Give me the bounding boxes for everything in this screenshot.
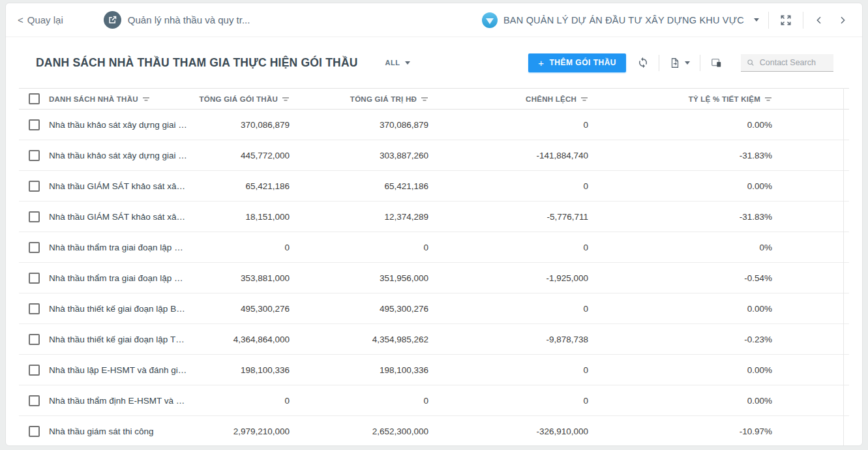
refresh-button[interactable]	[636, 55, 650, 70]
contractor-name[interactable]: Nhà thầu khảo sát xây dựng giai đoạn ...	[49, 120, 194, 130]
filter-icon[interactable]	[142, 96, 150, 102]
table-row: Nhà thầu lập E-HSMT và đánh giá E-HSDT 1…	[19, 355, 849, 385]
saving-pct-value: -0.23%	[597, 335, 781, 344]
saving-pct-value: -10.97%	[597, 427, 781, 436]
total-contract-value: 2,652,300,000	[299, 427, 438, 436]
contractor-name[interactable]: Nhà thầu GIÁM SÁT khảo sát xây dựng ...	[49, 181, 194, 191]
total-contract-value: 65,421,186	[299, 181, 438, 191]
col-header-difference[interactable]: CHÊNH LỆCH	[438, 95, 597, 103]
col-header-name[interactable]: DANH SÁCH NHÀ THẦU	[49, 95, 194, 103]
search-box	[741, 54, 833, 72]
scope-label: ALL	[385, 59, 400, 67]
export-button[interactable]	[668, 55, 691, 70]
scope-dropdown[interactable]: ALL	[385, 59, 410, 67]
divider	[803, 12, 803, 29]
column-chooser-button[interactable]	[709, 55, 724, 70]
filter-icon[interactable]	[764, 96, 772, 102]
difference-value: 0	[438, 304, 597, 314]
contractor-name[interactable]: Nhà thầu giám sát thi công	[49, 427, 194, 436]
table-row: Nhà thầu giám sát thi công 2,979,210,000…	[19, 416, 849, 446]
list-toolbar: DANH SÁCH NHÀ THẦU THAM GIA THỰC HIỆN GÓ…	[6, 37, 862, 88]
org-name: BAN QUẢN LÝ DỰ ÁN ĐẦU TƯ XÂY DỰNG KHU VỰ…	[503, 15, 744, 25]
search-input[interactable]	[760, 58, 828, 67]
difference-value: -9,878,738	[438, 335, 597, 344]
contractor-name[interactable]: Nhà thầu thẩm tra giai đoạn lập TKBVTC	[49, 273, 194, 283]
row-checkbox[interactable]	[29, 242, 40, 253]
table-row: Nhà thầu khảo sát xây dựng giai đoạn ...…	[19, 140, 849, 171]
divider	[768, 12, 769, 29]
total-contract-value: 370,086,879	[299, 120, 438, 130]
filter-icon[interactable]	[421, 96, 428, 102]
total-package-value: 2,979,210,000	[194, 427, 299, 436]
prev-button[interactable]	[813, 14, 826, 27]
module-label: Quản lý nhà thầu và quy tr...	[128, 14, 250, 25]
fullscreen-button[interactable]	[778, 12, 794, 28]
row-checkbox[interactable]	[29, 303, 40, 314]
total-contract-value: 198,100,336	[299, 365, 438, 375]
table-body: Nhà thầu khảo sát xây dựng giai đoạn ...…	[19, 110, 849, 446]
screen: < Quay lại Quản lý nhà thầu và quy tr...…	[0, 0, 868, 450]
row-checkbox[interactable]	[29, 273, 40, 284]
total-package-value: 495,300,276	[194, 304, 299, 314]
row-checkbox[interactable]	[29, 181, 40, 192]
org-selector[interactable]: BAN QUẢN LÝ DỰ ÁN ĐẦU TƯ XÂY DỰNG KHU VỰ…	[482, 12, 759, 28]
col-header-saving-pct[interactable]: TỶ LỆ % TIẾT KIỆM	[597, 95, 781, 103]
saving-pct-value: -31.83%	[597, 212, 781, 222]
table-row: Nhà thầu thẩm tra giai đoạn lập BC.NC ..…	[19, 232, 849, 263]
table-row: Nhà thầu thẩm định E-HSMT và KQLCNT 0 0 …	[19, 385, 849, 416]
filter-icon[interactable]	[580, 96, 588, 102]
back-button[interactable]: < Quay lại	[18, 14, 63, 25]
total-package-value: 0	[194, 396, 299, 406]
divider	[700, 55, 700, 71]
difference-value: 0	[438, 365, 597, 375]
contractor-name[interactable]: Nhà thầu thiết kế giai đoạn lập TKBVTC	[49, 335, 194, 344]
col-header-total-contract[interactable]: TỔNG GIÁ TRỊ HĐ	[299, 95, 438, 103]
total-package-value: 65,421,186	[194, 181, 299, 191]
filter-icon[interactable]	[282, 96, 290, 102]
table-row: Nhà thầu thiết kế giai đoạn lập BC.NCK .…	[19, 293, 849, 324]
add-package-button[interactable]: + THÊM GÓI THẦU	[528, 53, 626, 72]
back-label: Quay lại	[27, 14, 63, 25]
total-package-value: 353,881,000	[194, 273, 299, 283]
saving-pct-value: 0.00%	[597, 396, 781, 406]
col-header-total-package[interactable]: TỔNG GIÁ GÓI THẦU	[194, 95, 299, 103]
table-row: Nhà thầu thẩm tra giai đoạn lập TKBVTC 3…	[19, 263, 849, 293]
main-panel: < Quay lại Quản lý nhà thầu và quy tr...…	[5, 3, 863, 446]
total-contract-value: 303,887,260	[299, 151, 438, 160]
row-checkbox[interactable]	[29, 150, 40, 161]
contractor-name[interactable]: Nhà thầu lập E-HSMT và đánh giá E-HSDT	[49, 365, 194, 375]
top-bar: < Quay lại Quản lý nhà thầu và quy tr...…	[6, 3, 862, 37]
total-contract-value: 12,374,289	[299, 212, 438, 222]
next-button[interactable]	[836, 14, 849, 27]
row-checkbox[interactable]	[29, 426, 40, 437]
open-in-new-icon	[104, 11, 121, 29]
difference-value: -5,776,711	[438, 212, 597, 222]
row-checkbox[interactable]	[29, 334, 40, 345]
saving-pct-value: -31.83%	[597, 151, 781, 160]
contractor-name[interactable]: Nhà thầu thẩm tra giai đoạn lập BC.NC ..…	[49, 243, 194, 252]
total-package-value: 18,151,000	[194, 212, 299, 222]
saving-pct-value: 0.00%	[597, 304, 781, 314]
total-package-value: 4,364,864,000	[194, 335, 299, 344]
total-contract-value: 495,300,276	[299, 304, 438, 314]
row-checkbox[interactable]	[29, 365, 40, 376]
module-link[interactable]: Quản lý nhà thầu và quy tr...	[104, 11, 250, 29]
contractor-name[interactable]: Nhà thầu thiết kế giai đoạn lập BC.NCK .…	[49, 304, 194, 314]
total-contract-value: 4,354,985,262	[299, 335, 438, 344]
chevron-down-icon	[754, 18, 759, 22]
table-row: Nhà thầu GIÁM SÁT khảo sát xây dựng ... …	[19, 171, 849, 202]
saving-pct-value: -0.54%	[597, 273, 781, 283]
total-contract-value: 351,956,000	[299, 273, 438, 283]
row-checkbox[interactable]	[29, 395, 40, 406]
select-all-checkbox[interactable]	[29, 93, 40, 104]
row-checkbox[interactable]	[29, 211, 40, 222]
contractor-name[interactable]: Nhà thầu khảo sát xây dựng giai đoạn ...	[49, 151, 194, 160]
saving-pct-value: 0%	[597, 243, 781, 252]
contractor-name[interactable]: Nhà thầu GIÁM SÁT khảo sát xây dựng ...	[49, 212, 194, 222]
difference-value: 0	[438, 396, 597, 406]
table-row: Nhà thầu khảo sát xây dựng giai đoạn ...…	[19, 110, 849, 140]
row-checkbox[interactable]	[29, 119, 40, 130]
page-title: DANH SÁCH NHÀ THẦU THAM GIA THỰC HIỆN GÓ…	[36, 56, 358, 70]
contractor-name[interactable]: Nhà thầu thẩm định E-HSMT và KQLCNT	[49, 396, 194, 406]
search-icon	[747, 58, 755, 67]
